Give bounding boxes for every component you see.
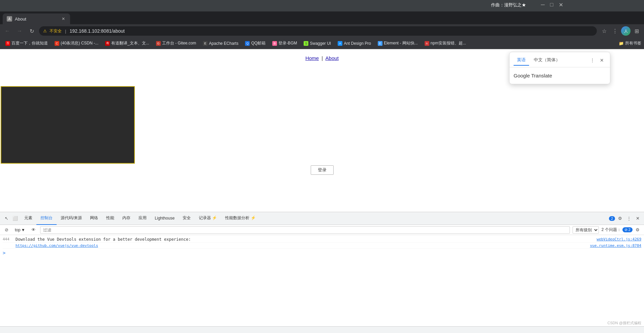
console-filter-input[interactable] bbox=[40, 226, 570, 234]
bookmark-item-element[interactable]: E Element - 网站快... bbox=[375, 39, 421, 47]
title-bar-window-controls: ─ □ ✕ bbox=[541, 2, 563, 8]
bookmark-item-npm[interactable]: n npm安装报错、超... bbox=[422, 39, 469, 47]
console-eye-icon[interactable]: 👁 bbox=[30, 226, 37, 234]
bookmark-label-csdn: (40条消息) CSDN -... bbox=[61, 40, 98, 46]
nav-about-link[interactable]: About bbox=[326, 55, 339, 61]
devtools-close-icon[interactable]: ✕ bbox=[634, 215, 641, 222]
devtools-settings-icon[interactable]: ⚙ bbox=[616, 215, 624, 222]
nav-home-link[interactable]: Home bbox=[305, 55, 319, 61]
bookmark-label-echarts: Apache ECharts bbox=[209, 41, 238, 46]
console-ban-icon[interactable]: ⊘ bbox=[3, 226, 10, 234]
bookmark-favicon-baidu: 百 bbox=[5, 41, 10, 46]
console-line1-source[interactable]: webVideoCtrl.js:4269 bbox=[597, 237, 641, 241]
bookmark-label-antd: Ant Design Pro bbox=[344, 41, 371, 46]
minimize-icon[interactable]: ─ bbox=[541, 2, 545, 8]
translate-popup-header: 英语 中文（简体） ⋮ ✕ bbox=[510, 52, 610, 66]
devtools-tab-console[interactable]: 控制台 bbox=[36, 212, 57, 225]
address-bar[interactable]: ⚠ 不安全 | 192.168.1.102:8081/about bbox=[39, 26, 597, 36]
translate-tab-chinese[interactable]: 中文（简体） bbox=[530, 55, 563, 66]
tab-close-icon[interactable]: ✕ bbox=[61, 16, 66, 22]
devtools-panel: ↖ ⬜ 元素 控制台 源代码/来源 网络 性能 内存 应用 bbox=[0, 212, 644, 326]
bookmark-item-qq[interactable]: Q QQ邮箱 bbox=[242, 39, 268, 47]
vue-devtools-link[interactable]: https://github.com/vuejs/vue-devtools bbox=[16, 243, 98, 248]
bookmark-item-swagger[interactable]: S Swagger UI bbox=[301, 39, 334, 47]
devtools-tab-performance[interactable]: 性能 bbox=[102, 212, 118, 225]
tab-title: About bbox=[15, 16, 26, 22]
bookmark-icon[interactable]: ☆ bbox=[600, 26, 609, 36]
bookmark-item-echarts[interactable]: E Apache ECharts bbox=[200, 39, 241, 47]
devtools-tab-performance-insights[interactable]: 性能数据分析 ⚡ bbox=[221, 212, 259, 225]
all-bookmarks-button[interactable]: 📁 所有书签 bbox=[619, 40, 641, 46]
devtools-tab-sources[interactable]: 源代码/来源 bbox=[57, 212, 86, 225]
devtools-more-icon[interactable]: ⋮ bbox=[625, 215, 633, 222]
console-line1-main: Download the Vue Devtools extension for … bbox=[16, 237, 191, 242]
devtools-tab-memory[interactable]: 内存 bbox=[118, 212, 134, 225]
reload-button[interactable]: ↻ bbox=[27, 26, 36, 36]
url-text[interactable]: 192.168.1.102:8081/about bbox=[69, 28, 125, 34]
bookmark-item-baidu[interactable]: 百 百度一下，你就知道 bbox=[3, 39, 51, 47]
bookmark-label-baidu: 百度一下，你就知道 bbox=[11, 40, 48, 46]
translate-google-text: Google Translate bbox=[514, 71, 606, 80]
devtools-tab-lighthouse[interactable]: Lighthouse bbox=[151, 212, 179, 225]
bookmark-item-youdao[interactable]: 有 有道翻译_文本、文... bbox=[102, 39, 152, 47]
issues-badge: ⊘ 2 bbox=[622, 227, 633, 232]
login-button[interactable]: 登录 bbox=[311, 165, 334, 175]
console-line-text: Download the Vue Devtools extension for … bbox=[16, 237, 594, 242]
translate-more-icon[interactable]: ⋮ bbox=[588, 56, 596, 64]
translate-popup-icons: ⋮ ✕ bbox=[588, 56, 606, 64]
maximize-icon[interactable]: □ bbox=[550, 2, 553, 8]
translate-close-icon[interactable]: ✕ bbox=[598, 56, 606, 64]
bookmark-favicon-npm: n bbox=[425, 41, 429, 46]
bookmark-item-antd[interactable]: A Ant Design Pro bbox=[335, 39, 374, 47]
console-line2-source[interactable]: vue.runtime.esm.js:8784 bbox=[590, 243, 641, 248]
devtools-tab-elements[interactable]: 元素 bbox=[20, 212, 36, 225]
title-bar-song: 作曲：漫野弘之★ bbox=[491, 2, 526, 8]
avatar[interactable]: 人 bbox=[621, 26, 631, 36]
extensions-icon[interactable]: ⊞ bbox=[632, 26, 641, 36]
console-top-label: top bbox=[15, 228, 21, 232]
translate-content: Google Translate bbox=[510, 69, 610, 84]
back-button[interactable]: ← bbox=[3, 26, 12, 36]
console-context-selector[interactable]: top ▼ bbox=[13, 226, 27, 234]
translate-tab-english[interactable]: 英语 bbox=[514, 55, 529, 66]
translate-divider bbox=[510, 67, 610, 67]
translate-popup: 英语 中文（简体） ⋮ ✕ Google Translate bbox=[509, 52, 610, 84]
toolbar-icons: ☆ ⋮ 人 ⊞ bbox=[600, 26, 641, 36]
bookmark-favicon-qq: Q bbox=[245, 41, 250, 46]
console-prompt[interactable]: > bbox=[3, 249, 641, 257]
forward-button[interactable]: → bbox=[15, 26, 24, 36]
security-label: 不安全 bbox=[50, 28, 62, 34]
more-options-icon[interactable]: ⋮ bbox=[610, 26, 620, 36]
browser-frame: 作曲：漫野弘之★ ─ □ ✕ A About ✕ ← → ↻ ⚠ 不安全 | 1… bbox=[0, 0, 644, 333]
devtools-cursor-icon[interactable]: ↖ bbox=[3, 215, 10, 222]
devtools-device-icon[interactable]: ⬜ bbox=[11, 215, 19, 222]
devtools-tab-recorder[interactable]: 记录器 ⚡ bbox=[195, 212, 221, 225]
active-tab[interactable]: A About ✕ bbox=[3, 13, 70, 24]
bookmark-folder-icon: 📁 bbox=[619, 41, 624, 46]
video-player bbox=[1, 86, 135, 164]
bookmark-item-csdn[interactable]: C (40条消息) CSDN -... bbox=[52, 39, 101, 47]
bottom-bar: CSDN @搜栏式编程 bbox=[0, 326, 644, 333]
console-level-select[interactable]: 所有级别 bbox=[573, 226, 599, 234]
tab-bar: A About ✕ bbox=[0, 11, 644, 24]
bookmark-item-bgm[interactable]: B 登录-BGM bbox=[270, 39, 300, 47]
bookmark-favicon-youdao: 有 bbox=[105, 41, 110, 46]
address-bar-row: ← → ↻ ⚠ 不安全 | 192.168.1.102:8081/about ☆… bbox=[0, 24, 644, 38]
devtools-tab-network[interactable]: 网络 bbox=[86, 212, 102, 225]
tab-favicon: A bbox=[7, 16, 12, 22]
main-content: Home | About 登录 英语 中文（简体） ⋮ ✕ Google Tra… bbox=[0, 49, 644, 212]
devtools-badge: 2 bbox=[609, 216, 615, 221]
bookmark-favicon-swagger: S bbox=[304, 41, 308, 46]
bookmark-item-gitee[interactable]: G 工作台 - Gitee.com bbox=[153, 39, 199, 47]
console-context-arrow: ▼ bbox=[21, 228, 25, 232]
issues-settings-icon[interactable]: ⚙ bbox=[634, 226, 641, 234]
bookmark-favicon-antd: A bbox=[338, 41, 342, 46]
bookmark-label-youdao: 有道翻译_文本、文... bbox=[111, 40, 149, 46]
login-button-container: 登录 bbox=[311, 165, 334, 175]
bookmark-favicon-bgm: B bbox=[272, 41, 277, 46]
devtools-tab-security[interactable]: 安全 bbox=[179, 212, 195, 225]
bookmark-favicon-csdn: C bbox=[55, 41, 59, 46]
devtools-tab-application[interactable]: 应用 bbox=[134, 212, 151, 225]
title-bar: 作曲：漫野弘之★ ─ □ ✕ bbox=[0, 0, 644, 11]
close-window-icon[interactable]: ✕ bbox=[559, 2, 563, 8]
